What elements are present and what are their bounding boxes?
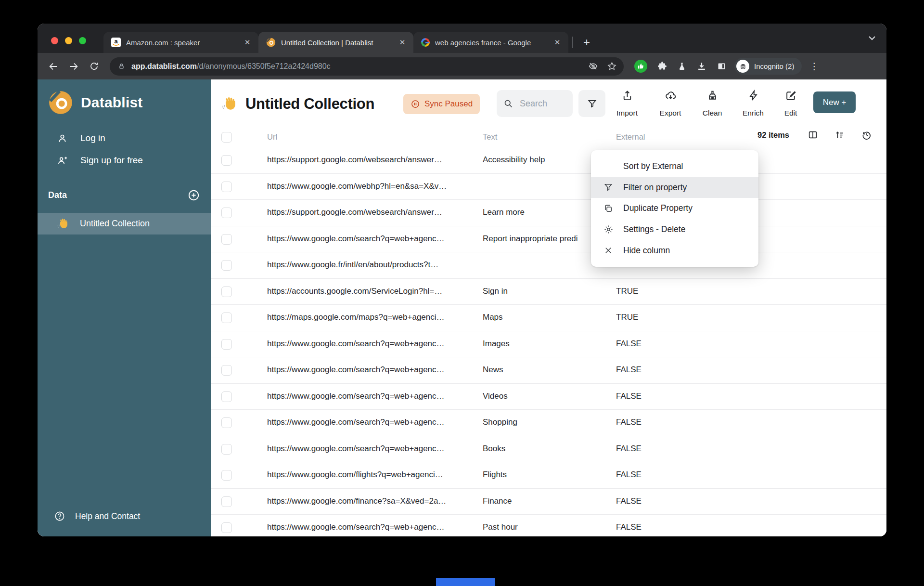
export-button[interactable]: Export	[651, 90, 690, 117]
table-row[interactable]: https://www.google.com/search?q=web+agen…	[211, 357, 886, 384]
side-panel-icon[interactable]	[717, 61, 727, 71]
new-tab-button[interactable]: +	[579, 36, 594, 49]
sidebar-item-help[interactable]: Help and Contact	[38, 507, 211, 526]
tab-close-icon[interactable]: ✕	[243, 38, 252, 47]
select-all-checkbox[interactable]	[221, 132, 232, 143]
cell-external: FALSE	[616, 365, 642, 375]
table-row[interactable]: https://accounts.google.com/ServiceLogin…	[211, 279, 886, 305]
edit-button[interactable]: Edit	[771, 90, 810, 117]
table-row[interactable]: https://www.google.com/search?q=web+agen…	[211, 226, 886, 253]
cell-external: FALSE	[616, 496, 642, 506]
main-panel: Untitled Collection Sync Paused	[211, 79, 886, 536]
table-row[interactable]: https://www.google.com/finance?sa=X&ved=…	[211, 489, 886, 515]
tab-close-icon[interactable]: ✕	[553, 38, 562, 47]
adblock-extension-icon[interactable]	[634, 60, 647, 73]
column-header-text[interactable]: Text	[483, 132, 497, 142]
tab-close-icon[interactable]: ✕	[398, 38, 407, 47]
row-checkbox[interactable]	[221, 182, 232, 192]
bookmark-star-icon[interactable]	[607, 61, 617, 71]
row-checkbox[interactable]	[221, 208, 232, 218]
row-checkbox[interactable]	[221, 496, 232, 507]
zoom-window-button[interactable]	[79, 37, 86, 44]
cell-text: Videos	[483, 391, 508, 401]
menu-item-settings-delete[interactable]: Settings - Delete	[591, 219, 758, 240]
address-bar[interactable]: app.datablist.com/d/anonymous/6350f5e712…	[110, 57, 624, 76]
menu-item-hide-column[interactable]: Hide column	[591, 240, 758, 261]
row-checkbox[interactable]	[221, 444, 232, 455]
column-header-external[interactable]: External	[616, 132, 645, 142]
tab-title: Untitled Collection | Datablist	[281, 39, 393, 47]
flask-extension-icon[interactable]	[677, 61, 687, 72]
row-checkbox[interactable]	[221, 155, 232, 166]
sort-icon[interactable]	[834, 130, 845, 140]
table-row[interactable]: https://www.google.com/search?q=web+agen…	[211, 384, 886, 410]
import-button[interactable]: Import	[608, 90, 646, 117]
row-checkbox[interactable]	[221, 339, 232, 350]
row-checkbox[interactable]	[221, 286, 232, 297]
login-label: Log in	[80, 133, 105, 143]
table-row[interactable]: https://www.google.com/flights?q=web+age…	[211, 462, 886, 489]
table-row[interactable]: https://www.google.com/search?q=web+agen…	[211, 331, 886, 358]
table-row[interactable]: https://www.google.com/webhp?hl=en&sa=X&…	[211, 174, 886, 200]
table-body: https://support.google.com/websearch/ans…	[211, 147, 886, 536]
cell-url: https://www.google.com/webhp?hl=en&sa=X&…	[267, 182, 447, 191]
row-checkbox[interactable]	[221, 365, 232, 376]
sync-paused-badge[interactable]: Sync Paused	[403, 94, 480, 114]
table-row[interactable]: https://www.google.fr/intl/en/about/prod…	[211, 252, 886, 279]
tab-datablist[interactable]: Untitled Collection | Datablist ✕	[258, 32, 413, 53]
sidebar: Datablist Log in Sign up for free Data	[38, 79, 211, 536]
table-row[interactable]: https://www.google.com/search?q=web+agen…	[211, 515, 886, 536]
tab-google[interactable]: web agencies france - Google ✕	[413, 32, 568, 53]
search-input[interactable]	[520, 99, 564, 109]
history-icon[interactable]	[861, 130, 872, 140]
google-favicon-icon	[421, 38, 430, 47]
minimize-window-button[interactable]	[65, 37, 72, 44]
new-button[interactable]: New +	[813, 91, 856, 113]
extensions-puzzle-icon[interactable]	[657, 61, 667, 72]
row-checkbox[interactable]	[221, 522, 232, 533]
eye-off-icon[interactable]	[588, 61, 598, 71]
row-checkbox[interactable]	[221, 313, 232, 323]
close-window-button[interactable]	[51, 37, 58, 44]
bolt-icon	[747, 90, 759, 102]
menu-item-sort-by-external[interactable]: Sort by External	[591, 156, 758, 177]
cell-text: Accessibility help	[483, 155, 545, 165]
datablist-logo[interactable]: Datablist	[48, 90, 143, 115]
enrich-label: Enrich	[743, 109, 764, 117]
sidebar-item-untitled-collection[interactable]: Untitled Collection	[38, 213, 211, 234]
browser-window: a Amazon.com : speaker ✕ Untitled Collec…	[38, 24, 886, 536]
background-window-strip	[436, 578, 495, 586]
row-checkbox[interactable]	[221, 417, 232, 428]
table-row[interactable]: https://support.google.com/websearch/ans…	[211, 147, 886, 174]
back-button[interactable]	[45, 58, 62, 75]
table-row[interactable]: https://www.google.com/search?q=web+agen…	[211, 410, 886, 436]
reload-button[interactable]	[86, 58, 102, 75]
menu-item-duplicate-property[interactable]: Duplicate Property	[591, 198, 758, 219]
sidebar-item-signup[interactable]: Sign up for free	[38, 150, 211, 171]
row-checkbox[interactable]	[221, 391, 232, 402]
filter-button[interactable]	[578, 90, 605, 117]
table-row[interactable]: https://maps.google.com/maps?q=web+agenc…	[211, 305, 886, 331]
enrich-button[interactable]: Enrich	[734, 90, 772, 117]
tab-search-chevron-icon[interactable]	[868, 35, 876, 41]
table-row[interactable]: https://www.google.com/search?q=web+agen…	[211, 436, 886, 463]
downloads-icon[interactable]	[696, 61, 707, 72]
menu-item-filter-on-property[interactable]: Filter on property	[591, 177, 758, 198]
column-header-url[interactable]: Url	[267, 132, 277, 142]
add-collection-icon[interactable]	[187, 189, 200, 202]
cell-text: Report inappropriate predi	[483, 234, 578, 244]
cell-url: https://www.google.com/search?q=web+agen…	[267, 391, 445, 401]
sidebar-item-login[interactable]: Log in	[38, 128, 211, 149]
columns-icon[interactable]	[808, 130, 818, 140]
search-box[interactable]	[497, 90, 573, 117]
row-checkbox[interactable]	[221, 470, 232, 481]
table-row[interactable]: https://support.google.com/websearch/ans…	[211, 200, 886, 226]
clean-button[interactable]: Clean	[693, 90, 732, 117]
row-checkbox[interactable]	[221, 260, 232, 271]
row-checkbox[interactable]	[221, 234, 232, 245]
browser-menu-icon[interactable]: ⋮	[809, 61, 819, 72]
forward-button[interactable]	[65, 58, 82, 75]
tab-amazon[interactable]: a Amazon.com : speaker ✕	[103, 32, 258, 53]
amazon-favicon-icon: a	[111, 38, 121, 47]
more-options-icon[interactable]: ⋮	[884, 96, 886, 107]
